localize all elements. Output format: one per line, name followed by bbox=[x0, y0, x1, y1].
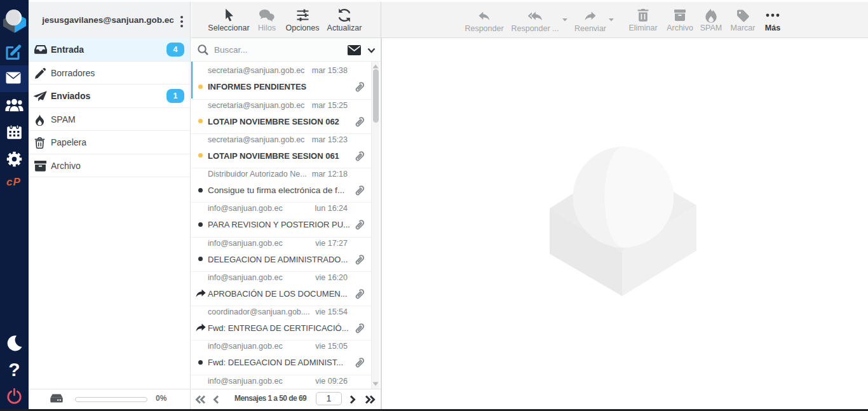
svg-text:cP: cP bbox=[6, 175, 21, 187]
